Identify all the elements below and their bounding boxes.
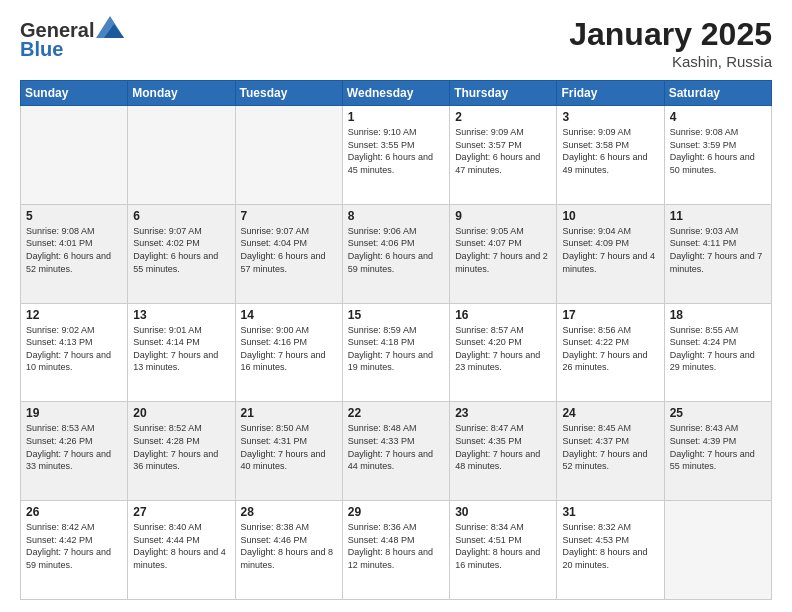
day-info: Sunrise: 9:09 AM Sunset: 3:58 PM Dayligh… (562, 126, 658, 176)
table-row: 22Sunrise: 8:48 AM Sunset: 4:33 PM Dayli… (342, 402, 449, 501)
day-number: 25 (670, 406, 766, 420)
day-number: 11 (670, 209, 766, 223)
day-info: Sunrise: 9:07 AM Sunset: 4:04 PM Dayligh… (241, 225, 337, 275)
header: General Blue January 2025 Kashin, Russia (20, 16, 772, 70)
table-row: 26Sunrise: 8:42 AM Sunset: 4:42 PM Dayli… (21, 501, 128, 600)
day-info: Sunrise: 9:08 AM Sunset: 4:01 PM Dayligh… (26, 225, 122, 275)
day-info: Sunrise: 8:55 AM Sunset: 4:24 PM Dayligh… (670, 324, 766, 374)
table-row: 15Sunrise: 8:59 AM Sunset: 4:18 PM Dayli… (342, 303, 449, 402)
table-row: 25Sunrise: 8:43 AM Sunset: 4:39 PM Dayli… (664, 402, 771, 501)
table-row: 11Sunrise: 9:03 AM Sunset: 4:11 PM Dayli… (664, 204, 771, 303)
day-info: Sunrise: 9:06 AM Sunset: 4:06 PM Dayligh… (348, 225, 444, 275)
table-row: 18Sunrise: 8:55 AM Sunset: 4:24 PM Dayli… (664, 303, 771, 402)
table-row: 29Sunrise: 8:36 AM Sunset: 4:48 PM Dayli… (342, 501, 449, 600)
day-info: Sunrise: 8:48 AM Sunset: 4:33 PM Dayligh… (348, 422, 444, 472)
day-number: 24 (562, 406, 658, 420)
calendar-week-row: 5Sunrise: 9:08 AM Sunset: 4:01 PM Daylig… (21, 204, 772, 303)
table-row: 16Sunrise: 8:57 AM Sunset: 4:20 PM Dayli… (450, 303, 557, 402)
table-row: 3Sunrise: 9:09 AM Sunset: 3:58 PM Daylig… (557, 106, 664, 205)
day-number: 8 (348, 209, 444, 223)
logo-general-text: General (20, 20, 94, 40)
day-number: 7 (241, 209, 337, 223)
day-info: Sunrise: 8:47 AM Sunset: 4:35 PM Dayligh… (455, 422, 551, 472)
day-info: Sunrise: 9:00 AM Sunset: 4:16 PM Dayligh… (241, 324, 337, 374)
day-number: 31 (562, 505, 658, 519)
day-info: Sunrise: 8:57 AM Sunset: 4:20 PM Dayligh… (455, 324, 551, 374)
day-number: 2 (455, 110, 551, 124)
logo: General Blue (20, 16, 124, 61)
day-info: Sunrise: 8:40 AM Sunset: 4:44 PM Dayligh… (133, 521, 229, 571)
day-number: 10 (562, 209, 658, 223)
day-number: 13 (133, 308, 229, 322)
table-row: 31Sunrise: 8:32 AM Sunset: 4:53 PM Dayli… (557, 501, 664, 600)
table-row: 13Sunrise: 9:01 AM Sunset: 4:14 PM Dayli… (128, 303, 235, 402)
table-row: 20Sunrise: 8:52 AM Sunset: 4:28 PM Dayli… (128, 402, 235, 501)
header-friday: Friday (557, 81, 664, 106)
title-block: January 2025 Kashin, Russia (569, 16, 772, 70)
day-number: 17 (562, 308, 658, 322)
day-info: Sunrise: 8:43 AM Sunset: 4:39 PM Dayligh… (670, 422, 766, 472)
day-info: Sunrise: 9:04 AM Sunset: 4:09 PM Dayligh… (562, 225, 658, 275)
header-tuesday: Tuesday (235, 81, 342, 106)
day-info: Sunrise: 9:03 AM Sunset: 4:11 PM Dayligh… (670, 225, 766, 275)
day-number: 16 (455, 308, 551, 322)
day-info: Sunrise: 9:01 AM Sunset: 4:14 PM Dayligh… (133, 324, 229, 374)
day-number: 9 (455, 209, 551, 223)
page: General Blue January 2025 Kashin, Russia… (0, 0, 792, 612)
table-row: 12Sunrise: 9:02 AM Sunset: 4:13 PM Dayli… (21, 303, 128, 402)
table-row: 24Sunrise: 8:45 AM Sunset: 4:37 PM Dayli… (557, 402, 664, 501)
day-number: 14 (241, 308, 337, 322)
day-number: 19 (26, 406, 122, 420)
day-info: Sunrise: 8:45 AM Sunset: 4:37 PM Dayligh… (562, 422, 658, 472)
day-info: Sunrise: 9:09 AM Sunset: 3:57 PM Dayligh… (455, 126, 551, 176)
day-info: Sunrise: 8:36 AM Sunset: 4:48 PM Dayligh… (348, 521, 444, 571)
table-row: 1Sunrise: 9:10 AM Sunset: 3:55 PM Daylig… (342, 106, 449, 205)
day-info: Sunrise: 8:50 AM Sunset: 4:31 PM Dayligh… (241, 422, 337, 472)
title-location: Kashin, Russia (569, 53, 772, 70)
day-info: Sunrise: 9:05 AM Sunset: 4:07 PM Dayligh… (455, 225, 551, 275)
calendar-table: Sunday Monday Tuesday Wednesday Thursday… (20, 80, 772, 600)
header-thursday: Thursday (450, 81, 557, 106)
day-info: Sunrise: 8:59 AM Sunset: 4:18 PM Dayligh… (348, 324, 444, 374)
day-number: 18 (670, 308, 766, 322)
calendar-header-row: Sunday Monday Tuesday Wednesday Thursday… (21, 81, 772, 106)
day-info: Sunrise: 8:42 AM Sunset: 4:42 PM Dayligh… (26, 521, 122, 571)
table-row: 27Sunrise: 8:40 AM Sunset: 4:44 PM Dayli… (128, 501, 235, 600)
day-number: 26 (26, 505, 122, 519)
day-info: Sunrise: 8:38 AM Sunset: 4:46 PM Dayligh… (241, 521, 337, 571)
day-info: Sunrise: 8:52 AM Sunset: 4:28 PM Dayligh… (133, 422, 229, 472)
table-row: 28Sunrise: 8:38 AM Sunset: 4:46 PM Dayli… (235, 501, 342, 600)
day-number: 28 (241, 505, 337, 519)
table-row: 7Sunrise: 9:07 AM Sunset: 4:04 PM Daylig… (235, 204, 342, 303)
table-row: 2Sunrise: 9:09 AM Sunset: 3:57 PM Daylig… (450, 106, 557, 205)
table-row: 4Sunrise: 9:08 AM Sunset: 3:59 PM Daylig… (664, 106, 771, 205)
day-info: Sunrise: 9:08 AM Sunset: 3:59 PM Dayligh… (670, 126, 766, 176)
table-row (21, 106, 128, 205)
table-row: 17Sunrise: 8:56 AM Sunset: 4:22 PM Dayli… (557, 303, 664, 402)
day-number: 12 (26, 308, 122, 322)
day-info: Sunrise: 8:56 AM Sunset: 4:22 PM Dayligh… (562, 324, 658, 374)
day-info: Sunrise: 8:53 AM Sunset: 4:26 PM Dayligh… (26, 422, 122, 472)
calendar-week-row: 12Sunrise: 9:02 AM Sunset: 4:13 PM Dayli… (21, 303, 772, 402)
table-row: 9Sunrise: 9:05 AM Sunset: 4:07 PM Daylig… (450, 204, 557, 303)
day-info: Sunrise: 9:10 AM Sunset: 3:55 PM Dayligh… (348, 126, 444, 176)
header-saturday: Saturday (664, 81, 771, 106)
header-wednesday: Wednesday (342, 81, 449, 106)
table-row: 8Sunrise: 9:06 AM Sunset: 4:06 PM Daylig… (342, 204, 449, 303)
calendar-week-row: 19Sunrise: 8:53 AM Sunset: 4:26 PM Dayli… (21, 402, 772, 501)
table-row: 14Sunrise: 9:00 AM Sunset: 4:16 PM Dayli… (235, 303, 342, 402)
day-number: 4 (670, 110, 766, 124)
header-monday: Monday (128, 81, 235, 106)
table-row: 5Sunrise: 9:08 AM Sunset: 4:01 PM Daylig… (21, 204, 128, 303)
day-number: 15 (348, 308, 444, 322)
day-number: 27 (133, 505, 229, 519)
day-number: 3 (562, 110, 658, 124)
table-row: 6Sunrise: 9:07 AM Sunset: 4:02 PM Daylig… (128, 204, 235, 303)
table-row (235, 106, 342, 205)
day-number: 23 (455, 406, 551, 420)
logo-icon (96, 16, 124, 38)
day-info: Sunrise: 8:34 AM Sunset: 4:51 PM Dayligh… (455, 521, 551, 571)
day-number: 29 (348, 505, 444, 519)
table-row: 19Sunrise: 8:53 AM Sunset: 4:26 PM Dayli… (21, 402, 128, 501)
table-row: 23Sunrise: 8:47 AM Sunset: 4:35 PM Dayli… (450, 402, 557, 501)
